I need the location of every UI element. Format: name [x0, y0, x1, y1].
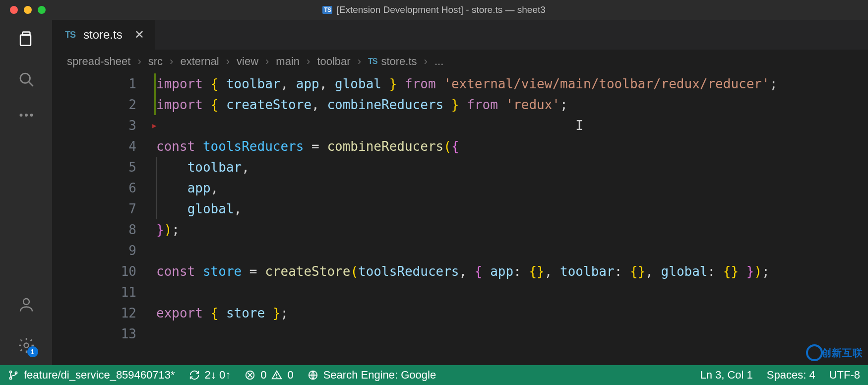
chevron-right-icon: ›	[170, 55, 173, 68]
breadcrumb-trail[interactable]: ...	[434, 55, 443, 68]
breadcrumb-item[interactable]: main	[276, 55, 300, 68]
code-content[interactable]: });	[156, 219, 180, 240]
sync-status[interactable]: 2↓ 0↑	[189, 369, 231, 382]
explorer-icon[interactable]	[16, 29, 36, 49]
encoding[interactable]: UTF-8	[829, 369, 860, 382]
svg-point-0	[20, 73, 30, 83]
svg-point-9	[15, 372, 17, 374]
svg-point-3	[25, 114, 28, 117]
line-number: 1	[52, 73, 156, 94]
tab-bar: TS store.ts ✕	[52, 20, 868, 50]
breadcrumb-item[interactable]: view	[237, 55, 258, 68]
window-title: TS [Extension Development Host] - store.…	[0, 4, 868, 15]
chevron-right-icon: ›	[424, 55, 428, 68]
code-line[interactable]: 4const toolsReducers = combineReducers({	[52, 136, 868, 157]
more-icon[interactable]	[16, 110, 36, 120]
git-branch[interactable]: feature/di_service_859460713*	[8, 369, 175, 382]
ts-file-icon: TS	[322, 6, 332, 14]
ts-file-icon: TS	[368, 57, 377, 66]
svg-point-8	[9, 377, 11, 379]
chevron-right-icon: ›	[226, 55, 230, 68]
code-content[interactable]: 𝙸	[156, 115, 583, 136]
line-number: 10	[52, 261, 156, 282]
editor-area: TS store.ts ✕ spread-sheet›src›external›…	[52, 20, 868, 365]
code-line[interactable]: 11	[52, 282, 868, 303]
window-title-text: [Extension Development Host] - store.ts …	[336, 4, 545, 15]
code-line[interactable]: 2import { createStore, combineReducers }…	[52, 94, 868, 115]
warning-count: 0	[287, 369, 293, 382]
account-icon[interactable]	[16, 295, 36, 315]
breadcrumb-item[interactable]: src	[148, 55, 163, 68]
indentation[interactable]: Spaces: 4	[767, 369, 815, 382]
tab-label: store.ts	[83, 28, 123, 42]
minimize-window-button[interactable]	[24, 6, 32, 14]
titlebar: TS [Extension Development Host] - store.…	[0, 0, 868, 20]
search-engine-text: Search Engine: Google	[323, 369, 436, 382]
svg-point-4	[30, 114, 33, 117]
breadcrumb-file[interactable]: store.ts	[381, 55, 417, 68]
breadcrumbs[interactable]: spread-sheet›src›external›view›main›tool…	[52, 50, 868, 73]
svg-point-2	[19, 114, 22, 117]
code-content[interactable]: global,	[156, 198, 242, 219]
line-number: 5	[52, 157, 156, 178]
code-line[interactable]: 10const store = createStore(toolsReducer…	[52, 261, 868, 282]
line-number: 2	[52, 94, 156, 115]
svg-point-7	[9, 371, 11, 373]
code-line[interactable]: 8});	[52, 219, 868, 240]
code-line[interactable]: 1import { toolbar, app, global } from 'e…	[52, 73, 868, 94]
line-number: 13	[52, 323, 156, 344]
code-content[interactable]: const toolsReducers = combineReducers({	[156, 136, 459, 157]
code-line[interactable]: 9	[52, 240, 868, 261]
settings-gear-icon[interactable]: 1	[16, 335, 36, 355]
branch-name: feature/di_service_859460713*	[24, 369, 175, 382]
code-content[interactable]: app,	[156, 178, 218, 198]
line-number: 9	[52, 240, 156, 261]
maximize-window-button[interactable]	[38, 6, 46, 14]
error-count: 0	[260, 369, 266, 382]
sync-text: 2↓ 0↑	[205, 369, 231, 382]
breadcrumb-item[interactable]: external	[180, 55, 219, 68]
search-icon[interactable]	[16, 69, 36, 89]
chevron-right-icon: ›	[307, 55, 310, 68]
search-engine[interactable]: Search Engine: Google	[308, 369, 436, 382]
code-content[interactable]: import { createStore, combineReducers } …	[156, 94, 568, 115]
svg-point-5	[23, 299, 29, 305]
code-line[interactable]: 5 toolbar,	[52, 157, 868, 178]
line-number: 12	[52, 303, 156, 323]
ts-file-icon: TS	[65, 30, 75, 40]
svg-point-14	[277, 377, 277, 378]
code-content[interactable]: const store = createStore(toolsReducers,…	[156, 261, 770, 282]
window-controls	[0, 6, 46, 14]
line-number: 11	[52, 282, 156, 303]
chevron-right-icon: ›	[358, 55, 361, 68]
chevron-right-icon: ›	[265, 55, 269, 68]
breadcrumb-item[interactable]: toolbar	[317, 55, 350, 68]
status-bar: feature/di_service_859460713* 2↓ 0↑ 0 0 …	[0, 365, 868, 385]
fold-marker-icon: ▶	[152, 115, 156, 136]
code-line[interactable]: 3▶ 𝙸	[52, 115, 868, 136]
code-line[interactable]: 13	[52, 323, 868, 344]
settings-badge: 1	[27, 346, 38, 357]
code-editor[interactable]: 1import { toolbar, app, global } from 'e…	[52, 73, 868, 365]
chevron-right-icon: ›	[137, 55, 141, 68]
code-content[interactable]: toolbar,	[156, 157, 249, 178]
activity-bar: 1	[0, 20, 52, 365]
cursor-position[interactable]: Ln 3, Col 1	[700, 369, 752, 382]
code-line[interactable]: 7 global,	[52, 198, 868, 219]
line-number: 6	[52, 178, 156, 198]
tab-store-ts[interactable]: TS store.ts ✕	[52, 20, 155, 50]
code-content[interactable]: import { toolbar, app, global } from 'ex…	[156, 73, 777, 94]
line-number: 4	[52, 136, 156, 157]
line-number: 3	[52, 115, 156, 136]
code-line[interactable]: 12export { store };	[52, 303, 868, 323]
problems[interactable]: 0 0	[245, 369, 294, 382]
text-cursor: 𝙸	[575, 118, 583, 133]
code-line[interactable]: 6 app,	[52, 178, 868, 198]
close-tab-icon[interactable]: ✕	[134, 28, 144, 42]
close-window-button[interactable]	[10, 6, 18, 14]
breadcrumb-item[interactable]: spread-sheet	[67, 55, 130, 68]
svg-point-6	[24, 343, 28, 348]
line-number: 7	[52, 198, 156, 219]
svg-line-1	[29, 82, 33, 86]
code-content[interactable]: export { store };	[156, 303, 288, 323]
